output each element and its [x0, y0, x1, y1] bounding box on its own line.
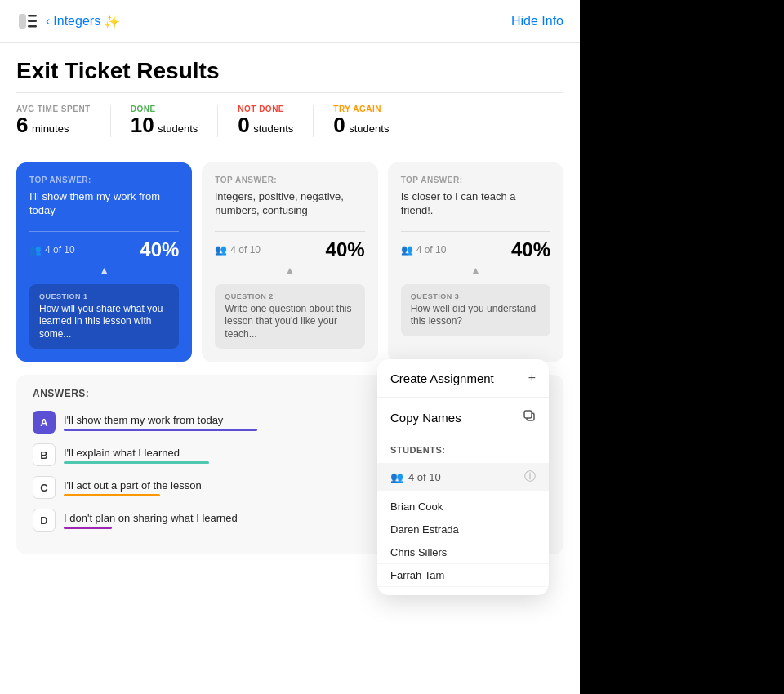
students-count-value: 4 of 10: [408, 471, 441, 483]
svg-rect-0: [19, 14, 26, 29]
answer-letter-b: B: [33, 443, 56, 466]
card1-question-bottom: QUESTION 1 How will you share what you l…: [29, 284, 179, 349]
card3-question-label: QUESTION 3: [411, 292, 541, 300]
card1-footer: 👥 4 of 10 40%: [29, 238, 179, 261]
card2-percent: 40%: [326, 238, 365, 261]
stat-done: DONE 10 students: [131, 105, 219, 137]
answer-c-label: I'll act out a part of the lesson: [64, 479, 202, 492]
answer-d-bar: [64, 527, 112, 529]
student-4-name: Farrah Tam: [377, 564, 549, 587]
top-nav: ‹ Integers ✨ Hide Info: [0, 0, 580, 43]
card1-question-text: How will you share what you learned in t…: [39, 303, 169, 341]
card3-question-text: How well did you understand this lesson?: [411, 303, 541, 328]
card3-caret: ▲: [401, 265, 550, 276]
card2-caret: ▲: [215, 265, 364, 276]
card1-question-label: QUESTION 1: [39, 292, 169, 300]
stat-try-again: TRY AGAIN 0 students: [333, 105, 408, 137]
question-cards-row: TOP ANSWER: I'll show them my work from …: [0, 149, 580, 363]
stat-done-value: 10 students: [131, 113, 198, 137]
popup-menu: Create Assignment + Copy Names STUDENTS:…: [377, 359, 549, 595]
card3-student-count: 👥 4 of 10: [401, 244, 447, 256]
back-label: Integers: [53, 14, 100, 29]
people-icon-1: 👥: [29, 244, 42, 256]
copy-names-label: Copy Names: [390, 411, 461, 425]
svg-rect-5: [524, 411, 532, 418]
create-assignment-icon: +: [528, 371, 536, 385]
card3-footer: 👥 4 of 10 40%: [401, 238, 550, 261]
card3-top-answer-label: TOP ANSWER:: [401, 176, 550, 185]
card2-question-label: QUESTION 2: [225, 292, 354, 300]
student-2-name: Daren Estrada: [377, 518, 549, 541]
sidebar-toggle-icon[interactable]: [16, 10, 39, 33]
students-header: STUDENTS:: [377, 437, 549, 463]
answer-b-bar: [64, 461, 209, 464]
people-icon-3: 👥: [401, 244, 413, 256]
stat-avg-time-value: 6 minutes: [16, 113, 91, 137]
card2-answer-text: integers, positive, negative, numbers, c…: [215, 189, 364, 218]
copy-names-item[interactable]: Copy Names: [377, 398, 549, 437]
back-link[interactable]: ‹ Integers ✨: [46, 14, 120, 29]
card2-question-text: Write one question about this lesson tha…: [225, 303, 354, 341]
question-card-1[interactable]: TOP ANSWER: I'll show them my work from …: [16, 162, 192, 363]
student-1-name: Brian Cook: [377, 496, 549, 518]
students-people-icon: 👥: [390, 471, 403, 483]
students-count-row: 👥 4 of 10 ⓘ: [377, 463, 549, 491]
stat-tryagain-value: 0 students: [333, 113, 389, 137]
copy-names-icon: [523, 409, 536, 425]
card3-answer-text: Is closer to I can teach a friend!.: [401, 189, 550, 218]
answer-c-bar: [64, 494, 160, 496]
answer-letter-d: D: [33, 509, 56, 532]
answer-letter-c: C: [33, 476, 56, 499]
card1-answer-text: I'll show them my work from today: [29, 189, 179, 218]
people-icon-2: 👥: [215, 244, 227, 256]
back-chevron-icon: ‹: [46, 14, 50, 29]
svg-rect-2: [28, 20, 37, 23]
card2-question-bottom: QUESTION 2 Write one question about this…: [215, 284, 364, 349]
students-count-text: 👥 4 of 10: [390, 471, 441, 483]
sparkle-icon: ✨: [104, 14, 120, 29]
stats-row: AVG TIME SPENT 6 minutes DONE 10 student…: [0, 93, 580, 149]
create-assignment-label: Create Assignment: [390, 371, 494, 385]
question-card-3[interactable]: TOP ANSWER: Is closer to I can teach a f…: [388, 162, 564, 363]
card3-divider: [401, 231, 550, 232]
card1-percent: 40%: [140, 238, 179, 261]
svg-rect-1: [28, 15, 37, 17]
hide-info-button[interactable]: Hide Info: [511, 14, 564, 29]
card2-student-count: 👥 4 of 10: [215, 244, 261, 256]
stat-avg-time: AVG TIME SPENT 6 minutes: [16, 105, 111, 137]
answer-a-bar: [64, 429, 257, 431]
card2-top-answer-label: TOP ANSWER:: [215, 176, 364, 185]
answer-d-label: I don't plan on sharing what I learned: [64, 512, 238, 524]
card1-student-count: 👥 4 of 10: [29, 244, 75, 256]
stat-not-done: NOT DONE 0 students: [238, 105, 314, 137]
card3-percent: 40%: [511, 238, 550, 261]
card2-divider: [215, 231, 364, 232]
answer-letter-a: A: [33, 411, 56, 434]
create-assignment-item[interactable]: Create Assignment +: [377, 359, 549, 398]
page-title: Exit Ticket Results: [0, 43, 580, 92]
answer-b-label: I'll explain what I learned: [64, 447, 180, 459]
nav-left: ‹ Integers ✨: [16, 10, 120, 33]
students-section: STUDENTS: 👥 4 of 10 ⓘ Brian Cook Daren E…: [377, 437, 549, 595]
card1-divider: [29, 231, 179, 232]
students-info-icon[interactable]: ⓘ: [524, 469, 536, 484]
student-3-name: Chris Sillers: [377, 541, 549, 564]
card2-footer: 👥 4 of 10 40%: [215, 238, 364, 261]
question-card-2[interactable]: TOP ANSWER: integers, positive, negative…: [202, 162, 377, 363]
card1-caret: ▲: [29, 265, 179, 276]
card1-top-answer-label: TOP ANSWER:: [29, 176, 179, 185]
answer-a-label: I'll show them my work from today: [64, 414, 223, 426]
svg-rect-3: [28, 25, 37, 28]
card3-question-bottom: QUESTION 3 How well did you understand t…: [401, 284, 550, 336]
stat-notdone-value: 0 students: [238, 113, 293, 137]
